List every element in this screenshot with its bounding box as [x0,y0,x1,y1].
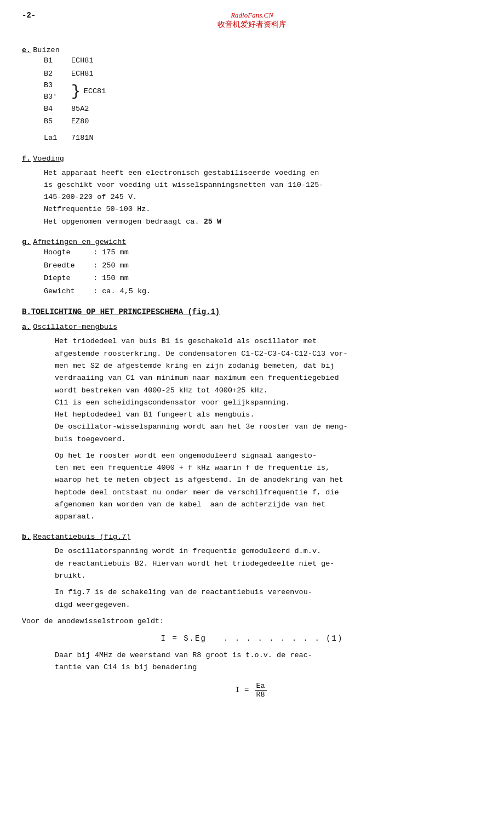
meas-hoogte: Hoogte : 175 mm [44,246,482,259]
section-e: e. Buizen B1 ECH81 B2 ECH81 B3 B3' } ECC… [22,46,482,145]
tube-value-b3: ECC81 [84,85,106,98]
section-B: B.TOELICHTING OP HET PRINCIPESCHEMA (fig… [22,307,482,698]
section-g-title: Afmetingen en gewicht [33,238,126,246]
section-f-label: f. [22,155,31,163]
meas-gewicht: Gewicht : ca. 4,5 kg. [44,285,482,298]
page-header: -2- RadioFans.CN 收音机爱好者资料库 [22,11,482,30]
tube-value-b5: EZ80 [71,115,89,128]
formula-1: I = S.Eg . . . . . . . . . (1) [22,634,482,643]
section-e-header: e. Buizen [22,46,482,54]
subsection-b-para2: In fig.7 is de schakeling van de reactan… [55,586,482,611]
subsection-b-label: b. [22,533,31,541]
tube-value-la1: 7181N [71,132,94,145]
tube-row-b4: B4 85A2 [44,102,482,116]
section-f-title: Voeding [33,155,64,163]
meas-label-gewicht: Gewicht [44,285,93,298]
tube-label-b1: B1 [44,54,71,67]
meas-label-diepte: Diepte [44,272,93,285]
section-g: g. Afmetingen en gewicht Hoogte : 175 mm… [22,238,482,298]
tube-label-b5: B5 [44,115,71,128]
formula-1-text: I = S.Eg . . . . . . . . . (1) [161,634,343,643]
subsection-a-header: a. Oscillator-mengbuis [22,323,482,335]
section-f-text: Het apparaat heeft een electronisch gest… [44,169,323,226]
tube-row-b2: B2 ECH81 [44,67,482,81]
section-f-paragraph: Het apparaat heeft een electronisch gest… [44,167,482,228]
subsection-b-para1: De oscillatorspanning wordt in frequenti… [55,545,482,582]
section-e-label: e. [22,46,31,54]
section-g-header: g. Afmetingen en gewicht [22,238,482,246]
tube-value-b2: ECH81 [71,67,94,81]
site-name: RadioFans.CN [231,11,273,19]
subsection-a-title: Oscillator-mengbuis [33,323,117,331]
meas-label-breedte: Breedte [44,259,93,272]
section-e-title: Buizen [33,46,60,54]
section-B-header: B.TOELICHTING OP HET PRINCIPESCHEMA (fig… [22,307,482,316]
formula-2-lhs: I = [235,686,249,694]
tube-row-b3: B3 B3' } ECC81 [44,80,482,102]
formula-denominator: R8 [255,691,267,699]
meas-label-hoogte: Hoogte [44,246,93,259]
subsection-b-para4: Daar bij 4MHz de weerstand van R8 groot … [55,649,482,674]
section-g-label: g. [22,238,31,246]
tube-table: B1 ECH81 B2 ECH81 B3 B3' } ECC81 B4 85A2 [44,54,482,145]
subsection-a-para2: Op het 1e rooster wordt een ongemoduleer… [55,450,482,523]
subsection-b-header: b. Reactantiebuis (fig.7) [22,533,482,545]
meas-breedte: Breedte : 250 mm [44,259,482,272]
tube-row-b1: B1 ECH81 [44,54,482,67]
subsection-b-title: Reactantiebuis (fig.7) [33,533,130,541]
tube-value-b4: 85A2 [71,102,89,116]
tube-value-b1: ECH81 [71,54,94,67]
formula-numerator: Ea [255,682,267,691]
tube-label-b4: B4 [44,102,71,116]
tube-row-la1: La1 7181N [44,132,482,145]
main-content: e. Buizen B1 ECH81 B2 ECH81 B3 B3' } ECC… [22,46,482,699]
tube-label-la1: La1 [44,132,71,145]
tube-row-b5: B5 EZ80 [44,115,482,128]
formula-fraction: Ea R8 [255,682,267,699]
meas-sep-hoogte: : 175 mm [93,246,129,259]
subsection-a-para1: Het triodedeel van buis B1 is geschakeld… [55,335,482,445]
tube-label-b3: B3 B3' [44,80,71,102]
page-number: -2- [22,11,36,20]
brace-icon: } [71,84,81,99]
subsection-b: b. Reactantiebuis (fig.7) De oscillators… [22,533,482,698]
subsection-a: a. Oscillator-mengbuis Het triodedeel va… [22,323,482,523]
section-f-header: f. Voeding [22,155,482,163]
meas-sep-gewicht: : ca. 4,5 kg. [93,285,151,298]
subsection-b-para3: Voor de anodewisselstroom geldt: [22,615,482,628]
measurements-table: Hoogte : 175 mm Breedte : 250 mm Diepte … [44,246,482,298]
meas-diepte: Diepte : 150 mm [44,272,482,285]
subsection-a-label: a. [22,323,31,331]
section-B-title: B.TOELICHTING OP HET PRINCIPESCHEMA (fig… [22,307,220,316]
tube-label-b2: B2 [44,67,71,81]
site-title: RadioFans.CN 收音机爱好者资料库 [217,11,287,30]
meas-sep-diepte: : 150 mm [93,272,129,285]
formula-2: I = Ea R8 [22,682,482,699]
meas-sep-breedte: : 250 mm [93,259,129,272]
section-f: f. Voeding Het apparaat heeft een electr… [22,155,482,228]
site-link: 收音机爱好者资料库 [217,20,287,29]
